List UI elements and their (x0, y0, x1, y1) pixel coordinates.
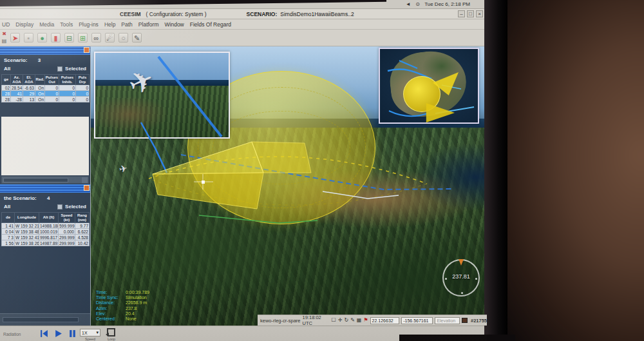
photo-backdrop: ◄ ⊙ Tue Dec 6, 2:18 PM CEESIM ( Configur… (0, 0, 644, 341)
emitters-panel-titlebar[interactable] (0, 46, 90, 55)
column-header[interactable]: Pulses Out (45, 75, 59, 85)
menu-item[interactable]: Platform (138, 21, 159, 28)
thermometer-icon[interactable]: ▮ (51, 33, 61, 43)
platforms-panel-titlebar[interactable] (0, 184, 90, 193)
column-header[interactable]: Puls Drp (76, 75, 90, 85)
maximize-button[interactable]: □ (467, 10, 474, 17)
network-icon[interactable]: ⊟ (64, 33, 74, 43)
table-row[interactable]: 284129On000 (2, 91, 90, 97)
selected-checkbox[interactable] (57, 204, 62, 209)
eraser-icon[interactable]: ▪ (24, 33, 33, 43)
volume-icon[interactable]: ◄ (405, 1, 411, 7)
compass-tick (475, 278, 477, 280)
latitude-field[interactable]: 22.126632 (370, 317, 400, 324)
table-header-row: geAz. AOAEl. AOARad.Pulses OutPulses Inh… (2, 75, 90, 85)
globe-icon[interactable]: ● (37, 33, 47, 43)
scrollbar-button[interactable] (82, 177, 88, 183)
left-bottom-scrollbar[interactable] (0, 313, 90, 326)
binoculars-icon[interactable]: ∞ (91, 33, 101, 43)
radar-dish-icon[interactable]: ☄ (105, 33, 115, 43)
table-row[interactable]: 1 56W 159 38 2614987.891299.99910.42 (2, 240, 90, 246)
column-header[interactable]: El. AOA (23, 75, 35, 85)
refresh-icon[interactable]: ↻ (344, 317, 348, 324)
menu-item[interactable]: Plug-ins (79, 21, 99, 28)
speed-select[interactable]: 1X ▾ (80, 329, 100, 336)
dot-icon[interactable]: ○ (118, 33, 128, 43)
grid-icon[interactable]: ▦ (357, 317, 362, 324)
table-row[interactable]: 0 04W 159 38 481000.0190.0006.622 (2, 229, 90, 235)
skip-to-start-button[interactable] (40, 329, 48, 337)
compass-tick (461, 292, 463, 294)
menu-item[interactable]: UD (2, 21, 10, 28)
table-cell: 599.999 (59, 223, 75, 229)
menu-item[interactable]: Path (121, 21, 133, 28)
hud-value: 237.8 (126, 306, 137, 311)
selected-toggle[interactable]: Selected (57, 204, 86, 209)
checkbox-icon[interactable]: ☐ (332, 317, 336, 324)
pencil-icon[interactable]: ✎ (132, 33, 142, 43)
table-cell: 0 (59, 97, 76, 102)
menu-item[interactable]: Fields Of Regard (190, 21, 231, 28)
left-panel-column: Scenario: 3 All Selected geAz. AOAEl. AO… (0, 46, 90, 313)
table-row[interactable]: 7 3W 159 32 419996.817299.9994.528 (2, 235, 90, 240)
column-header[interactable]: Rang (nm) (75, 213, 90, 223)
table-cell: On (35, 97, 45, 102)
pause-button[interactable] (68, 329, 77, 337)
elevation-field[interactable]: Elevation (435, 317, 459, 324)
power-icon[interactable]: ⊙ (415, 1, 421, 7)
plus-icon[interactable]: ✛ (338, 317, 343, 324)
close-icon[interactable]: ✖ (0, 31, 8, 37)
play-button[interactable] (54, 329, 62, 337)
emitters-hscrollbar[interactable] (1, 176, 89, 184)
layers-icon[interactable]: ▤ (0, 38, 8, 44)
table-cell: 14987.891 (39, 240, 59, 246)
table-row[interactable]: 1 41W 159 32 2114988.188599.9999.77 (2, 223, 90, 229)
column-header[interactable]: de (2, 213, 15, 223)
longitude-field[interactable]: -156.567161 (401, 317, 433, 324)
compass[interactable]: 237.81 (442, 259, 480, 297)
selected-checkbox[interactable] (57, 66, 62, 72)
table-cell: 1 41 (2, 223, 15, 229)
column-header[interactable]: Speed (kt) (59, 213, 75, 223)
hud-label: Distance: (96, 300, 126, 306)
aircraft-icon[interactable]: ✈ (118, 163, 128, 174)
column-header[interactable]: Rad. (35, 75, 45, 85)
grid-icon[interactable]: ⊞ (78, 33, 88, 43)
column-header[interactable]: ge (2, 75, 11, 85)
table-row[interactable]: 28-2813On000 (2, 97, 90, 102)
table-cell: 1 56 (2, 240, 15, 246)
scenario-count-value: 3 (38, 57, 41, 63)
loop-button[interactable] (107, 328, 115, 336)
table-cell: 28 (2, 91, 11, 97)
menu-item[interactable]: Display (15, 21, 33, 28)
menu-item[interactable]: Tools (60, 21, 73, 28)
column-header[interactable]: Az. AOA (11, 75, 23, 85)
scrollbar-thumb[interactable] (3, 178, 68, 182)
column-header[interactable]: Longitude (15, 213, 39, 223)
panel-close-icon[interactable] (84, 47, 90, 53)
table-row[interactable]: 0228.54-6.63On000 (2, 85, 90, 91)
minimize-button[interactable]: – (458, 10, 465, 17)
table-cell: 6.622 (75, 229, 90, 235)
selected-label: Selected (65, 204, 86, 209)
platforms-panel: the Scenario: 4 All Selected deLongitude… (0, 184, 90, 313)
flag-icon[interactable]: ⚑ (363, 317, 368, 324)
scrollbar-track[interactable] (3, 317, 79, 322)
pin-icon[interactable]: ➤ (10, 33, 20, 43)
menu-item[interactable]: Window (165, 21, 184, 28)
panel-close-icon[interactable] (84, 185, 90, 191)
monitor-bezel (399, 335, 515, 341)
column-header[interactable]: Pulses Inhib. (59, 75, 76, 85)
menu-item[interactable]: Media (39, 21, 54, 28)
selected-toggle[interactable]: Selected (57, 66, 86, 72)
viewer-3d[interactable]: ✈ ✈ (90, 46, 487, 326)
platforms-scenario-row: the Scenario: 4 (0, 193, 90, 201)
table-cell: 0 04 (2, 229, 15, 235)
pencil-icon[interactable]: ✎ (350, 317, 355, 324)
column-header[interactable]: Alt (ft) (39, 213, 59, 223)
window-titlebar[interactable]: CEESIM ( Configuration: System ) SCENARI… (0, 9, 487, 19)
scenario-count-label: Scenario: (4, 57, 27, 63)
close-button[interactable]: × (476, 10, 483, 17)
menu-item[interactable]: Help (104, 21, 115, 28)
speed-value: 1X (82, 331, 88, 335)
